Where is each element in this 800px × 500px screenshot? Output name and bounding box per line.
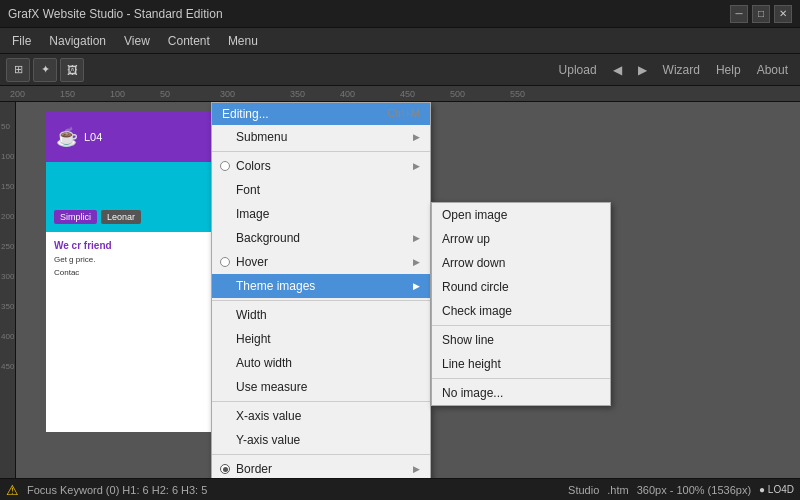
- dropdown-shortcut: Ctrl+M: [387, 107, 420, 121]
- dropdown-item-label: Y-axis value: [236, 433, 300, 447]
- dropdown-item-label: Theme images: [236, 279, 315, 293]
- dropdown-separator: [212, 300, 430, 301]
- dropdown-item-height[interactable]: Height: [212, 327, 430, 351]
- dropdown-item-use-measure[interactable]: Use measure: [212, 375, 430, 399]
- ruler-mark: 100: [110, 89, 125, 99]
- status-focus-text: Focus Keyword (0) H1: 6 H2: 6 H3: 5: [27, 484, 207, 496]
- ruler-v-mark: 250: [1, 242, 14, 251]
- menu-view[interactable]: View: [116, 31, 158, 51]
- ruler-mark: 150: [60, 89, 75, 99]
- submenu-item-check-image[interactable]: Check image: [432, 299, 610, 323]
- dropdown-item-theme-images[interactable]: Theme images: [212, 274, 430, 298]
- dropdown-separator: [212, 151, 430, 152]
- dropdown-item-image[interactable]: Image: [212, 202, 430, 226]
- dropdown-item-width[interactable]: Width: [212, 303, 430, 327]
- submenu-item-line-height[interactable]: Line height: [432, 352, 610, 376]
- preview-nav-item1: Simplici: [54, 210, 97, 224]
- toolbar-btn-3[interactable]: 🖼: [60, 58, 84, 82]
- dropdown-item-label: Font: [236, 183, 260, 197]
- preview-header-text: L04: [84, 131, 102, 143]
- submenu-separator: [432, 325, 610, 326]
- toolbar-btn-2[interactable]: ✦: [33, 58, 57, 82]
- ruler-mark: 50: [160, 89, 170, 99]
- dropdown-item-submenu[interactable]: Submenu: [212, 125, 430, 149]
- dropdown-item-font[interactable]: Font: [212, 178, 430, 202]
- ruler-v-mark: 50: [1, 122, 10, 131]
- title-bar: GrafX Website Studio - Standard Edition …: [0, 0, 800, 28]
- status-html: .htm: [607, 484, 628, 496]
- dropdown-header: Editing... Ctrl+M: [212, 103, 430, 125]
- toolbar-btn-1[interactable]: ⊞: [6, 58, 30, 82]
- ruler-mark: 400: [340, 89, 355, 99]
- dropdown-item-background[interactable]: Background: [212, 226, 430, 250]
- submenu-item-round-circle[interactable]: Round circle: [432, 275, 610, 299]
- status-bar: ⚠ Focus Keyword (0) H1: 6 H2: 6 H3: 5 St…: [0, 478, 800, 500]
- dropdown-item-label: Auto width: [236, 356, 292, 370]
- preview-nav-item2: Leonar: [101, 210, 141, 224]
- dropdown-item-label: Width: [236, 308, 267, 322]
- dropdown-item-auto-width[interactable]: Auto width: [212, 351, 430, 375]
- ruler-mark: 450: [400, 89, 415, 99]
- submenu-item-show-line[interactable]: Show line: [432, 328, 610, 352]
- menu-content[interactable]: Content: [160, 31, 218, 51]
- lo4-logo: ● LO4D: [759, 484, 794, 495]
- ruler-v-mark: 350: [1, 302, 14, 311]
- ruler-vertical: 50 100 150 200 250 300 350 400 450: [0, 102, 16, 478]
- maximize-button[interactable]: □: [752, 5, 770, 23]
- dropdown-item-label: Background: [236, 231, 300, 245]
- toolbar-upload[interactable]: Upload: [553, 61, 603, 79]
- ruler-v-mark: 100: [1, 152, 14, 161]
- canvas-area: ☕ L04 Simplici Leonar We cr friend Get g…: [16, 102, 800, 478]
- dropdown-item-label: Border: [236, 462, 272, 476]
- menu-navigation[interactable]: Navigation: [41, 31, 114, 51]
- dropdown-item-hover[interactable]: Hover: [212, 250, 430, 274]
- ruler-mark: 300: [220, 89, 235, 99]
- window-controls: ─ □ ✕: [730, 5, 792, 23]
- submenu-item-arrow-up[interactable]: Arrow up: [432, 227, 610, 251]
- toolbar-about[interactable]: About: [751, 61, 794, 79]
- ruler-mark: 200: [10, 89, 25, 99]
- toolbar-wizard[interactable]: Wizard: [657, 61, 706, 79]
- toolbar-prev[interactable]: ◀: [607, 61, 628, 79]
- toolbar-right: Upload ◀ ▶ Wizard Help About: [553, 61, 794, 79]
- dropdown-item-y-axis[interactable]: Y-axis value: [212, 428, 430, 452]
- dropdown-separator: [212, 454, 430, 455]
- menu-bar: File Navigation View Content Menu: [0, 28, 800, 54]
- ruler-v-mark: 300: [1, 272, 14, 281]
- ruler-v-mark: 450: [1, 362, 14, 371]
- submenu-item-no-image[interactable]: No image...: [432, 381, 610, 405]
- dropdown-header-label: Editing...: [222, 107, 269, 121]
- ruler-mark: 350: [290, 89, 305, 99]
- dropdown-item-border[interactable]: Border: [212, 457, 430, 478]
- submenu-item-open-image[interactable]: Open image: [432, 203, 610, 227]
- menu-menu[interactable]: Menu: [220, 31, 266, 51]
- ruler-v-mark: 150: [1, 182, 14, 191]
- dropdown-item-label: Submenu: [236, 130, 287, 144]
- theme-images-submenu: Open image Arrow up Arrow down Round cir…: [431, 202, 611, 406]
- submenu-separator: [432, 378, 610, 379]
- dropdown-item-label: Colors: [236, 159, 271, 173]
- ruler-horizontal: 200 150 100 50 300 350 400 450 500 550: [0, 86, 800, 102]
- status-size: 360px - 100% (1536px): [637, 484, 751, 496]
- dropdown-item-label: Hover: [236, 255, 268, 269]
- dropdown-radio: [220, 161, 230, 171]
- dropdown-item-colors[interactable]: Colors: [212, 154, 430, 178]
- ruler-mark: 550: [510, 89, 525, 99]
- minimize-button[interactable]: ─: [730, 5, 748, 23]
- menu-file[interactable]: File: [4, 31, 39, 51]
- close-button[interactable]: ✕: [774, 5, 792, 23]
- dropdown-item-label: X-axis value: [236, 409, 301, 423]
- dropdown-item-label: Use measure: [236, 380, 307, 394]
- status-studio: Studio: [568, 484, 599, 496]
- dropdown-item-x-axis[interactable]: X-axis value: [212, 404, 430, 428]
- dropdown-separator: [212, 401, 430, 402]
- ruler-v-mark: 400: [1, 332, 14, 341]
- status-icon: ⚠: [6, 482, 19, 498]
- ruler-v-mark: 200: [1, 212, 14, 221]
- submenu-item-arrow-down[interactable]: Arrow down: [432, 251, 610, 275]
- toolbar-next[interactable]: ▶: [632, 61, 653, 79]
- dropdown-radio: [220, 257, 230, 267]
- toolbar: ⊞ ✦ 🖼 Upload ◀ ▶ Wizard Help About: [0, 54, 800, 86]
- main-area: 50 100 150 200 250 300 350 400 450 ☕ L04…: [0, 102, 800, 478]
- toolbar-help[interactable]: Help: [710, 61, 747, 79]
